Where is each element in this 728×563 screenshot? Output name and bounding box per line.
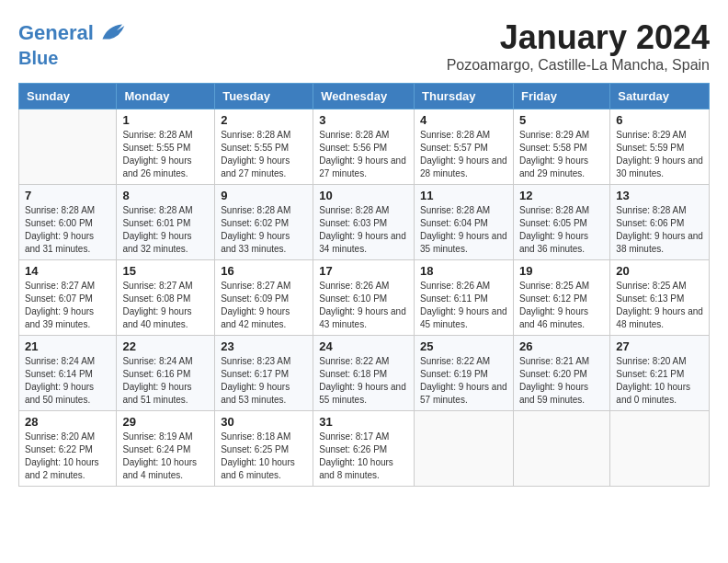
- day-number: 14: [25, 264, 110, 278]
- header-monday: Monday: [117, 84, 215, 109]
- day-number: 15: [122, 264, 209, 278]
- day-number: 11: [420, 189, 507, 202]
- day-info: Sunrise: 8:25 AMSunset: 6:12 PMDaylight:…: [519, 280, 604, 331]
- day-info: Sunrise: 8:28 AMSunset: 5:55 PMDaylight:…: [221, 129, 307, 180]
- day-info: Sunrise: 8:24 AMSunset: 6:14 PMDaylight:…: [25, 355, 110, 407]
- day-number: 17: [319, 264, 408, 278]
- calendar-cell: 17 Sunrise: 8:26 AMSunset: 6:10 PMDaylig…: [313, 260, 415, 336]
- day-number: 20: [616, 264, 703, 278]
- day-info: Sunrise: 8:29 AMSunset: 5:58 PMDaylight:…: [519, 129, 604, 180]
- location-subtitle: Pozoamargo, Castille-La Mancha, Spain: [447, 57, 710, 74]
- day-number: 29: [122, 415, 209, 429]
- day-info: Sunrise: 8:28 AMSunset: 5:56 PMDaylight:…: [319, 129, 408, 180]
- day-info: Sunrise: 8:20 AMSunset: 6:21 PMDaylight:…: [616, 355, 703, 407]
- calendar-cell: 8 Sunrise: 8:28 AMSunset: 6:01 PMDayligh…: [117, 185, 215, 260]
- calendar-cell: 23 Sunrise: 8:23 AMSunset: 6:17 PMDaylig…: [215, 336, 313, 411]
- day-info: Sunrise: 8:20 AMSunset: 6:22 PMDaylight:…: [25, 431, 110, 482]
- calendar-cell: 6 Sunrise: 8:29 AMSunset: 5:59 PMDayligh…: [610, 109, 710, 185]
- day-info: Sunrise: 8:19 AMSunset: 6:24 PMDaylight:…: [122, 431, 209, 482]
- day-info: Sunrise: 8:29 AMSunset: 5:59 PMDaylight:…: [616, 129, 703, 180]
- header-saturday: Saturday: [610, 84, 710, 109]
- calendar-cell: 22 Sunrise: 8:24 AMSunset: 6:16 PMDaylig…: [117, 336, 215, 411]
- day-number: 16: [221, 264, 307, 278]
- header-thursday: Thursday: [415, 84, 514, 109]
- day-number: 27: [616, 339, 703, 353]
- header-tuesday: Tuesday: [215, 84, 313, 109]
- day-number: 22: [122, 339, 209, 353]
- day-number: 26: [519, 339, 604, 353]
- day-number: 12: [519, 189, 604, 202]
- day-number: 25: [420, 339, 507, 353]
- day-info: Sunrise: 8:28 AMSunset: 6:05 PMDaylight:…: [519, 204, 604, 256]
- calendar-cell: 27 Sunrise: 8:20 AMSunset: 6:21 PMDaylig…: [610, 336, 710, 411]
- calendar-cell: 10 Sunrise: 8:28 AMSunset: 6:03 PMDaylig…: [313, 185, 415, 260]
- calendar-cell: 24 Sunrise: 8:22 AMSunset: 6:18 PMDaylig…: [313, 336, 415, 411]
- calendar-cell: 2 Sunrise: 8:28 AMSunset: 5:55 PMDayligh…: [215, 109, 313, 185]
- day-number: 31: [319, 415, 408, 429]
- calendar-cell: 28 Sunrise: 8:20 AMSunset: 6:22 PMDaylig…: [19, 411, 117, 487]
- calendar-cell: 21 Sunrise: 8:24 AMSunset: 6:14 PMDaylig…: [19, 336, 117, 411]
- calendar-cell: 19 Sunrise: 8:25 AMSunset: 6:12 PMDaylig…: [513, 260, 609, 336]
- calendar-cell: [513, 411, 609, 487]
- calendar-cell: 12 Sunrise: 8:28 AMSunset: 6:05 PMDaylig…: [513, 185, 609, 260]
- day-number: 13: [616, 189, 703, 202]
- calendar-week-row: 7 Sunrise: 8:28 AMSunset: 6:00 PMDayligh…: [19, 185, 710, 260]
- day-info: Sunrise: 8:28 AMSunset: 6:02 PMDaylight:…: [221, 204, 307, 256]
- calendar-table: SundayMondayTuesdayWednesdayThursdayFrid…: [18, 83, 710, 487]
- day-info: Sunrise: 8:27 AMSunset: 6:07 PMDaylight:…: [25, 280, 110, 331]
- header-wednesday: Wednesday: [313, 84, 415, 109]
- calendar-week-row: 28 Sunrise: 8:20 AMSunset: 6:22 PMDaylig…: [19, 411, 710, 487]
- header-sunday: Sunday: [19, 84, 117, 109]
- calendar-cell: [610, 411, 710, 487]
- logo-text: General: [18, 22, 94, 44]
- calendar-cell: 18 Sunrise: 8:26 AMSunset: 6:11 PMDaylig…: [415, 260, 514, 336]
- day-number: 18: [420, 264, 507, 278]
- day-number: 2: [221, 113, 307, 127]
- calendar-header-row: SundayMondayTuesdayWednesdayThursdayFrid…: [19, 84, 710, 109]
- calendar-cell: 20 Sunrise: 8:25 AMSunset: 6:13 PMDaylig…: [610, 260, 710, 336]
- day-info: Sunrise: 8:28 AMSunset: 6:01 PMDaylight:…: [122, 204, 209, 256]
- calendar-cell: 16 Sunrise: 8:27 AMSunset: 6:09 PMDaylig…: [215, 260, 313, 336]
- calendar-cell: 31 Sunrise: 8:17 AMSunset: 6:26 PMDaylig…: [313, 411, 415, 487]
- calendar-cell: 15 Sunrise: 8:27 AMSunset: 6:08 PMDaylig…: [117, 260, 215, 336]
- day-number: 4: [420, 113, 507, 127]
- day-info: Sunrise: 8:28 AMSunset: 6:06 PMDaylight:…: [616, 204, 703, 256]
- day-info: Sunrise: 8:28 AMSunset: 6:03 PMDaylight:…: [319, 204, 408, 256]
- day-info: Sunrise: 8:26 AMSunset: 6:11 PMDaylight:…: [420, 280, 507, 331]
- day-info: Sunrise: 8:28 AMSunset: 6:04 PMDaylight:…: [420, 204, 507, 256]
- calendar-cell: 26 Sunrise: 8:21 AMSunset: 6:20 PMDaylig…: [513, 336, 609, 411]
- day-number: 19: [519, 264, 604, 278]
- calendar-cell: 1 Sunrise: 8:28 AMSunset: 5:55 PMDayligh…: [117, 109, 215, 185]
- day-number: 24: [319, 339, 408, 353]
- page-header: General Blue January 2024 Pozoamargo, Ca…: [18, 18, 710, 74]
- day-number: 5: [519, 113, 604, 127]
- title-block: January 2024 Pozoamargo, Castille-La Man…: [447, 18, 710, 74]
- calendar-cell: 9 Sunrise: 8:28 AMSunset: 6:02 PMDayligh…: [215, 185, 313, 260]
- day-info: Sunrise: 8:27 AMSunset: 6:08 PMDaylight:…: [122, 280, 209, 331]
- day-info: Sunrise: 8:23 AMSunset: 6:17 PMDaylight:…: [221, 355, 307, 407]
- day-number: 30: [221, 415, 307, 429]
- day-info: Sunrise: 8:24 AMSunset: 6:16 PMDaylight:…: [122, 355, 209, 407]
- header-friday: Friday: [513, 84, 609, 109]
- calendar-cell: [415, 411, 514, 487]
- calendar-cell: 13 Sunrise: 8:28 AMSunset: 6:06 PMDaylig…: [610, 185, 710, 260]
- day-info: Sunrise: 8:25 AMSunset: 6:13 PMDaylight:…: [616, 280, 703, 331]
- day-number: 7: [25, 189, 110, 202]
- day-number: 21: [25, 339, 110, 353]
- day-info: Sunrise: 8:21 AMSunset: 6:20 PMDaylight:…: [519, 355, 604, 407]
- day-number: 8: [122, 189, 209, 202]
- day-info: Sunrise: 8:26 AMSunset: 6:10 PMDaylight:…: [319, 280, 408, 331]
- day-info: Sunrise: 8:28 AMSunset: 5:57 PMDaylight:…: [420, 129, 507, 180]
- calendar-cell: 5 Sunrise: 8:29 AMSunset: 5:58 PMDayligh…: [513, 109, 609, 185]
- day-number: 23: [221, 339, 307, 353]
- day-info: Sunrise: 8:27 AMSunset: 6:09 PMDaylight:…: [221, 280, 307, 331]
- day-number: 6: [616, 113, 703, 127]
- logo-text-blue: Blue: [18, 48, 126, 68]
- calendar-week-row: 21 Sunrise: 8:24 AMSunset: 6:14 PMDaylig…: [19, 336, 710, 411]
- logo-bird-icon: [97, 18, 126, 48]
- calendar-week-row: 14 Sunrise: 8:27 AMSunset: 6:07 PMDaylig…: [19, 260, 710, 336]
- calendar-cell: [19, 109, 117, 185]
- day-number: 9: [221, 189, 307, 202]
- calendar-cell: 29 Sunrise: 8:19 AMSunset: 6:24 PMDaylig…: [117, 411, 215, 487]
- day-info: Sunrise: 8:17 AMSunset: 6:26 PMDaylight:…: [319, 431, 408, 482]
